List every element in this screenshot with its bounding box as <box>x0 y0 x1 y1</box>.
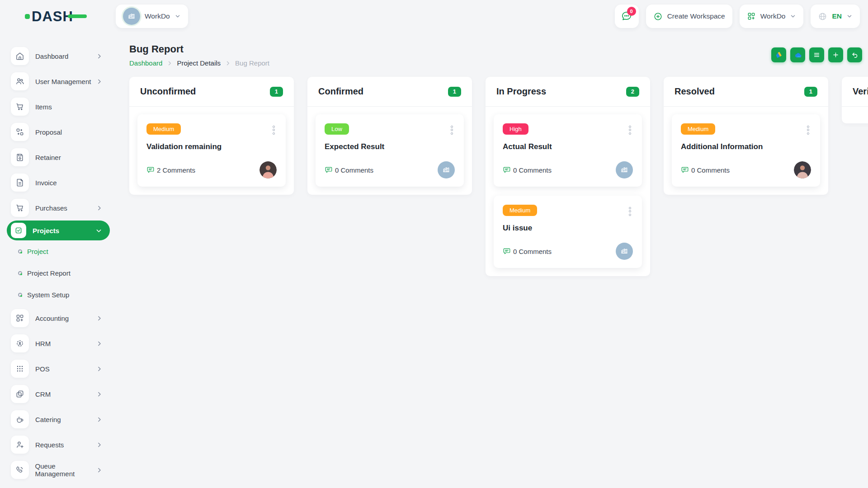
chevron-right-icon <box>96 467 102 473</box>
logo-dot-icon <box>25 14 30 19</box>
column-title: In Progress <box>496 86 546 97</box>
grid-plus-icon <box>11 309 29 327</box>
grid-plus-icon <box>747 12 756 21</box>
kanban-column-verified: Verified <box>842 77 868 123</box>
kanban-column-confirmed: Confirmed 1 Low Expected Result 0 Commen… <box>307 77 472 195</box>
comment-icon <box>146 166 155 174</box>
building-icon <box>127 12 136 21</box>
kanban-card[interactable]: Medium Additional Information 0 Comments <box>672 114 820 187</box>
google-drive-button[interactable] <box>771 47 786 62</box>
card-menu-button[interactable] <box>627 205 633 218</box>
page-title: Bug Report <box>129 43 269 55</box>
sidebar-item-invoice[interactable]: Invoice <box>0 170 116 195</box>
comment-icon <box>503 166 511 174</box>
sidebar-item-retainer[interactable]: Retainer <box>0 145 116 170</box>
priority-badge: High <box>503 123 528 135</box>
sidebar-item-items[interactable]: Items <box>0 94 116 119</box>
create-workspace-button[interactable]: Create Workspace <box>646 5 732 28</box>
language-selector[interactable]: EN <box>811 5 860 28</box>
column-title: Verified <box>853 86 868 97</box>
card-comments: 0 Comments <box>503 247 552 255</box>
dot-icon <box>18 271 22 275</box>
kanban-card[interactable]: Low Expected Result 0 Comments <box>316 114 464 187</box>
chevron-right-icon <box>96 53 102 59</box>
card-comments: 2 Comments <box>146 166 195 174</box>
sidebar-item-projects[interactable]: Projects <box>7 221 110 240</box>
card-menu-button[interactable] <box>627 123 633 136</box>
breadcrumb-project-details[interactable]: Project Details <box>177 59 221 67</box>
workspace-avatar <box>616 243 633 260</box>
sidebar-item-queue-management[interactable]: Queue Management <box>0 457 116 483</box>
sidebar-subitem-system-setup[interactable]: System Setup <box>0 284 116 305</box>
sidebar-item-requests[interactable]: Requests <box>0 432 116 457</box>
column-title: Unconfirmed <box>140 86 196 97</box>
comment-icon <box>681 166 689 174</box>
workspace-selector[interactable]: WorkDo <box>116 5 188 28</box>
sidebar-item-pos[interactable]: POS <box>0 356 116 381</box>
topbar: DASH WorkDo 0 Create Workspace WorkDo EN <box>0 0 868 33</box>
assignee-avatar <box>259 161 277 178</box>
undo-button[interactable] <box>847 47 862 62</box>
chevron-right-icon <box>96 366 102 372</box>
kanban-card[interactable]: High Actual Result 0 Comments <box>494 114 642 187</box>
sidebar-item-dashboard[interactable]: Dashboard <box>0 43 116 69</box>
users-icon <box>11 72 29 90</box>
card-menu-button[interactable] <box>449 123 455 136</box>
priority-badge: Medium <box>503 205 537 216</box>
sidebar-item-hrm[interactable]: HRM <box>0 331 116 356</box>
sidebar-item-purchases[interactable]: Purchases <box>0 195 116 221</box>
list-icon <box>813 51 821 59</box>
user-photo-icon <box>794 161 811 178</box>
list-view-button[interactable] <box>809 47 824 62</box>
sidebar-item-user-management[interactable]: User Management <box>0 69 116 94</box>
sidebar-item-accounting[interactable]: Accounting <box>0 305 116 331</box>
user-plus-icon <box>11 436 29 454</box>
sidebar-item-catering[interactable]: Catering <box>0 407 116 432</box>
globe-icon <box>818 12 827 21</box>
app-menu-button[interactable]: WorkDo <box>740 5 804 28</box>
column-title: Confirmed <box>318 86 363 97</box>
breadcrumb-current: Bug Report <box>235 59 269 67</box>
home-icon <box>11 47 29 65</box>
kanban-board: Unconfirmed 1 Medium Validation remainin… <box>129 77 868 276</box>
chevron-right-icon <box>225 61 231 66</box>
card-menu-button[interactable] <box>271 123 277 136</box>
dot-icon <box>18 293 22 297</box>
priority-badge: Medium <box>146 123 181 135</box>
header-actions <box>771 47 862 62</box>
plus-icon <box>832 51 840 59</box>
card-comments: 0 Comments <box>325 166 373 174</box>
breadcrumb-dashboard[interactable]: Dashboard <box>129 59 162 67</box>
coffee-icon <box>11 410 29 428</box>
app-logo[interactable]: DASH <box>25 9 87 23</box>
logo-text: DASH <box>32 9 73 23</box>
sidebar-item-proposal[interactable]: Proposal <box>0 119 116 145</box>
chevron-right-icon <box>96 341 102 347</box>
chevron-down-icon <box>790 13 796 19</box>
kanban-card[interactable]: Medium Validation remaining 2 Comments <box>137 114 286 187</box>
floppy-icon <box>11 148 29 166</box>
card-menu-button[interactable] <box>805 123 811 136</box>
dot-icon <box>18 249 22 253</box>
google-drive-icon <box>774 51 783 59</box>
kanban-card[interactable]: Medium Ui issue 0 Comments <box>494 196 642 268</box>
workspace-avatar <box>438 161 455 178</box>
sidebar-subitem-project[interactable]: Project <box>0 240 116 262</box>
sidebar-subitem-project-report[interactable]: Project Report <box>0 262 116 284</box>
chevron-right-icon <box>167 61 172 66</box>
sidebar-item-crm[interactable]: CRM <box>0 381 116 407</box>
main-content: Bug Report Dashboard Project Details Bug… <box>116 33 868 488</box>
card-title: Actual Result <box>503 142 633 151</box>
add-stage-button[interactable] <box>828 47 843 62</box>
building-icon <box>620 165 629 174</box>
kanban-column-in-progress: In Progress 2 High Actual Result 0 Comme… <box>486 77 650 276</box>
building-icon <box>442 165 451 174</box>
card-title: Validation remaining <box>146 142 277 151</box>
card-title: Additional Information <box>681 142 811 151</box>
column-count-badge: 1 <box>804 87 817 97</box>
messages-button[interactable]: 0 <box>615 5 639 28</box>
building-icon <box>620 247 629 256</box>
cloud-storage-button[interactable] <box>790 47 805 62</box>
card-comments: 0 Comments <box>681 166 730 174</box>
workspace-selector-label: WorkDo <box>145 12 170 20</box>
